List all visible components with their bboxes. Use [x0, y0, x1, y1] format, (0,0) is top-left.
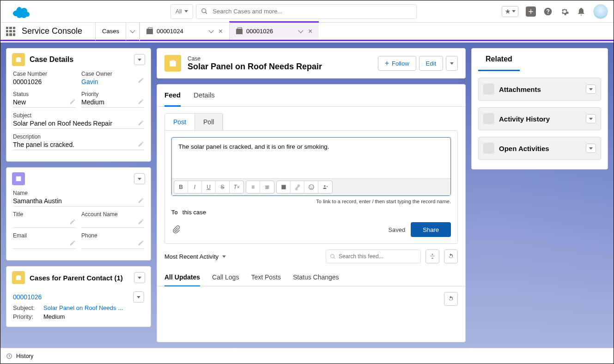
bell-icon[interactable]: [577, 7, 586, 16]
chevron-down-icon: [138, 59, 141, 61]
field-label: Priority:: [13, 313, 39, 320]
pencil-icon[interactable]: [69, 218, 76, 225]
field-label: Case Owner: [81, 71, 144, 77]
bold-button[interactable]: B: [174, 181, 188, 193]
nav-object-cases[interactable]: Cases: [95, 22, 126, 41]
related-card-open-activities[interactable]: Open Activities: [478, 137, 601, 160]
pencil-icon[interactable]: [138, 120, 144, 126]
salesforce-logo: [10, 4, 32, 19]
case-icon: [236, 29, 243, 34]
emoji-button[interactable]: [304, 181, 318, 193]
feed-sort-label: Most Recent Activity: [164, 253, 219, 260]
to-value[interactable]: this case: [182, 209, 206, 216]
attachments-icon: [483, 84, 494, 95]
related-card-activity-history[interactable]: Activity History: [478, 107, 601, 130]
help-icon[interactable]: [543, 7, 553, 16]
utility-history-button[interactable]: History: [16, 353, 33, 359]
close-icon[interactable]: ×: [308, 27, 312, 36]
related-card-menu[interactable]: [586, 144, 596, 153]
edit-button[interactable]: Edit: [419, 56, 443, 71]
svg-point-3: [324, 185, 326, 187]
app-launcher-icon[interactable]: [6, 27, 15, 36]
close-icon[interactable]: ×: [219, 27, 223, 36]
feed-sort-button[interactable]: Most Recent Activity: [164, 253, 226, 260]
related-card-attachments[interactable]: Attachments: [478, 78, 601, 101]
field-label: Name: [13, 190, 144, 196]
feed-filter-text[interactable]: Text Posts: [251, 269, 281, 286]
pencil-icon[interactable]: [138, 218, 144, 225]
related-card-label: Attachments: [499, 85, 581, 93]
card-title[interactable]: Cases for Parent Contact (1): [30, 274, 129, 282]
mention-button[interactable]: [318, 181, 332, 193]
search-scope-button[interactable]: All: [170, 4, 193, 19]
record-type-label: Case: [188, 55, 322, 62]
contact-icon: [12, 172, 25, 185]
tab-details[interactable]: Details: [194, 85, 215, 107]
underline-button[interactable]: U: [202, 181, 216, 193]
pencil-icon[interactable]: [138, 141, 144, 147]
global-header: All: [0, 0, 614, 23]
case-owner-value[interactable]: Gavin: [81, 78, 144, 86]
feed-filter-calls[interactable]: Call Logs: [212, 269, 239, 286]
nav-object-dropdown[interactable]: [126, 22, 140, 41]
parent-cases-card: Cases for Parent Contact (1) 00001026 Su…: [6, 266, 151, 327]
feed-search-input[interactable]: [339, 253, 417, 260]
strike-button[interactable]: S: [216, 181, 230, 193]
parent-case-link[interactable]: 00001026: [13, 293, 42, 301]
add-icon[interactable]: [526, 6, 536, 17]
clear-format-button[interactable]: T×: [230, 181, 243, 193]
post-textarea[interactable]: The solar panel is cracked, and it is on…: [172, 138, 450, 178]
follow-button[interactable]: +Follow: [378, 56, 416, 71]
search-icon: [201, 8, 208, 15]
related-card-menu[interactable]: [586, 85, 596, 94]
user-avatar[interactable]: [593, 4, 608, 19]
more-actions-button[interactable]: [446, 56, 458, 71]
chevron-down-icon[interactable]: [208, 28, 213, 33]
case-icon: [146, 29, 153, 34]
feed-filter-status[interactable]: Status Changes: [293, 269, 339, 286]
pencil-icon[interactable]: [138, 240, 144, 246]
clock-icon: [6, 353, 12, 359]
pencil-icon[interactable]: [138, 197, 144, 204]
feed-filter-all[interactable]: All Updates: [164, 269, 200, 286]
global-search[interactable]: [196, 4, 417, 19]
search-input[interactable]: [213, 8, 412, 15]
chevron-down-icon[interactable]: [298, 28, 303, 33]
gear-icon[interactable]: [560, 7, 569, 16]
card-action-menu[interactable]: [134, 272, 145, 283]
favorites-button[interactable]: [502, 6, 518, 17]
feed-refresh-button[interactable]: [444, 249, 458, 263]
link-button: [291, 181, 304, 193]
workspace-tab-0[interactable]: 00001024 ×: [140, 22, 229, 41]
search-scope-label: All: [176, 8, 182, 15]
card-action-menu[interactable]: [134, 173, 145, 184]
bulleted-list-button[interactable]: ≡: [246, 181, 260, 193]
feed-search[interactable]: [326, 249, 421, 263]
field-label: Subject:: [13, 304, 39, 311]
pencil-icon[interactable]: [138, 77, 144, 84]
italic-button[interactable]: I: [188, 181, 202, 193]
image-button[interactable]: [277, 181, 291, 193]
star-icon: [505, 8, 511, 15]
subject-value: Solar Panel on Roof Needs Repair: [13, 120, 144, 129]
pencil-icon[interactable]: [69, 240, 76, 246]
card-action-menu[interactable]: [134, 54, 145, 65]
feed-refresh-button[interactable]: [444, 292, 458, 306]
publisher-tab-poll[interactable]: Poll: [195, 114, 223, 130]
related-card-menu[interactable]: [586, 114, 596, 123]
pencil-icon[interactable]: [138, 98, 144, 105]
publisher-tab-post[interactable]: Post: [165, 114, 195, 130]
utility-bar: History: [0, 348, 614, 364]
numbered-list-button[interactable]: ≣: [260, 181, 274, 193]
chevron-down-icon: [138, 178, 141, 180]
tab-feed[interactable]: Feed: [164, 85, 181, 107]
feed-expand-button[interactable]: [426, 249, 439, 263]
pencil-icon[interactable]: [69, 98, 76, 105]
parent-case-subject[interactable]: Solar Panel on Roof Needs ...: [43, 304, 144, 311]
workspace-tab-1[interactable]: 00001026 ×: [229, 21, 319, 40]
share-button[interactable]: Share: [411, 222, 451, 237]
row-action-menu[interactable]: [133, 291, 144, 303]
attach-icon[interactable]: [171, 225, 181, 234]
contact-email-value: [13, 240, 76, 249]
chevron-down-icon: [138, 277, 141, 279]
